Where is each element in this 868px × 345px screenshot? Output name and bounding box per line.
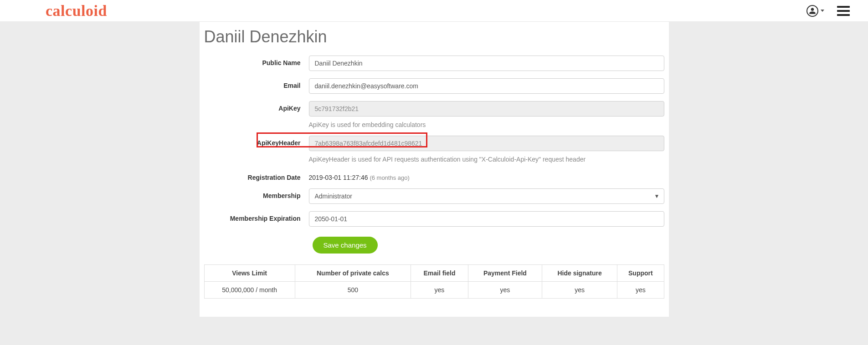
label-membership: Membership — [204, 188, 309, 199]
apikeyheader-help: ApiKeyHeader is used for API requests au… — [309, 156, 664, 163]
apikey-help: ApiKey is used for embedding calculators — [309, 121, 664, 128]
page-wrap: Daniil Denezhkin Public Name Email ApiKe… — [0, 22, 868, 317]
row-membership-expiration: Membership Expiration — [204, 211, 664, 227]
public-name-input[interactable] — [309, 56, 664, 71]
row-registration-date: Registration Date 2019-03-01 11:27:46 (6… — [204, 170, 664, 181]
label-membership-expiration: Membership Expiration — [204, 211, 309, 222]
topbar-right — [806, 5, 850, 17]
cell-views-limit: 50,000,000 / month — [204, 282, 295, 299]
col-hide-signature: Hide signature — [542, 265, 617, 282]
row-email: Email — [204, 78, 664, 94]
content-panel: Daniil Denezhkin Public Name Email ApiKe… — [200, 22, 669, 317]
user-menu[interactable] — [806, 5, 824, 17]
save-wrap: Save changes — [313, 234, 669, 264]
cell-support: yes — [617, 282, 664, 299]
caret-down-icon — [821, 10, 824, 12]
cell-payment-field: yes — [468, 282, 542, 299]
col-email-field: Email field — [411, 265, 468, 282]
apikeyheader-input — [309, 136, 664, 151]
table-row: 50,000,000 / month 500 yes yes yes yes — [204, 282, 664, 299]
save-button[interactable]: Save changes — [313, 237, 378, 254]
email-input[interactable] — [309, 78, 664, 94]
registration-date-text: 2019-03-01 11:27:46 — [309, 174, 368, 181]
label-registration-date: Registration Date — [204, 170, 309, 181]
cell-hide-signature: yes — [542, 282, 617, 299]
col-private-calcs: Number of private calcs — [295, 265, 411, 282]
label-apikeyheader: ApiKeyHeader — [204, 136, 309, 147]
col-payment-field: Payment Field — [468, 265, 542, 282]
row-apikeyheader: ApiKeyHeader ApiKeyHeader is used for AP… — [204, 136, 664, 163]
label-email: Email — [204, 78, 309, 89]
cell-private-calcs: 500 — [295, 282, 411, 299]
membership-expiration-input[interactable] — [309, 211, 664, 227]
col-support: Support — [617, 265, 664, 282]
table-header-row: Views Limit Number of private calcs Emai… — [204, 265, 664, 282]
page-title: Daniil Denezhkin — [200, 22, 669, 56]
label-public-name: Public Name — [204, 56, 309, 66]
brand-logo[interactable]: calculoid — [46, 2, 107, 20]
row-apikey: ApiKey ApiKey is used for embedding calc… — [204, 101, 664, 128]
top-bar: calculoid — [0, 0, 868, 22]
registration-date-value: 2019-03-01 11:27:46 (6 months ago) — [309, 170, 664, 181]
limits-table: Views Limit Number of private calcs Emai… — [204, 264, 664, 299]
col-views-limit: Views Limit — [204, 265, 295, 282]
row-public-name: Public Name — [204, 56, 664, 71]
row-membership: Membership Administrator ▼ — [204, 188, 664, 204]
cell-email-field: yes — [411, 282, 468, 299]
label-apikey: ApiKey — [204, 101, 309, 112]
apikey-input — [309, 101, 664, 117]
registration-date-ago: (6 months ago) — [370, 174, 409, 181]
user-icon — [806, 5, 818, 17]
hamburger-menu[interactable] — [837, 6, 850, 16]
membership-select[interactable]: Administrator — [309, 188, 664, 204]
